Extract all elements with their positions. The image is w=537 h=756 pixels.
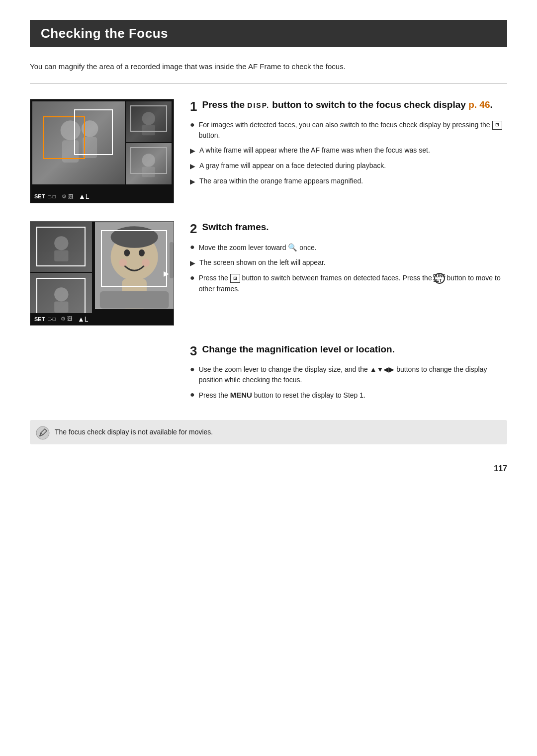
section-divider: [30, 84, 507, 84]
step1-header: 1 Press the DISP. button to switch to th…: [190, 99, 507, 113]
face-cell-br: [126, 143, 172, 184]
step3-bullet-1: ● Use the zoom lever to change the displ…: [190, 364, 507, 385]
step2-bullets: ● Move the zoom lever toward 🔍 once. ▶ T…: [190, 242, 507, 295]
face-cell-large: [32, 101, 125, 184]
small-faces-left: [30, 222, 92, 309]
svg-rect-22: [100, 291, 169, 308]
face-cell-tr: [126, 101, 172, 143]
big-face: [95, 222, 174, 309]
step1-bullets: ● For images with detected faces, you ca…: [190, 120, 507, 187]
step3-bullets: ● Use the zoom lever to change the displ…: [190, 364, 507, 401]
step1-section: 100-0256 1/53 🔍: [30, 99, 507, 203]
camera-screen-1: 100-0256 1/53 🔍: [30, 99, 174, 203]
step3-bullet-2: ● Press the MENU button to reset the dis…: [190, 390, 507, 401]
step2-section: 1/53 MENU ↩: [30, 221, 507, 326]
face-focus-frame: [101, 230, 167, 287]
intro-text: You can magnify the area of a recorded i…: [30, 61, 507, 73]
step1-bullet-4: ▶ The area within the orange frame appea…: [190, 176, 507, 187]
right-arrow: ▶: [164, 269, 169, 277]
step1-title: Press the DISP. button to switch to the …: [202, 99, 492, 111]
gray-frame-2: [130, 147, 167, 174]
note-box: The focus check display is not available…: [30, 420, 507, 444]
step1-image: 100-0256 1/53 🔍: [30, 99, 174, 203]
face-grid: [30, 99, 174, 186]
page-number: 117: [30, 464, 507, 473]
scroll-bar: [170, 242, 174, 278]
svg-point-23: [36, 426, 49, 439]
step2-image: 1/53 MENU ↩: [30, 221, 174, 326]
step1-bullet-1: ● For images with detected faces, you ca…: [190, 120, 507, 141]
note-text: The focus check display is not available…: [55, 428, 213, 436]
step2-content: 2 Switch frames. ● Move the zoom lever t…: [190, 221, 507, 299]
step3-section: 3 Change the magnification level or loca…: [30, 343, 507, 406]
step2-header: 2 Switch frames.: [190, 221, 507, 235]
step3-header: 3 Change the magnification level or loca…: [190, 343, 507, 357]
gray-frame: [130, 105, 167, 132]
screen2-bottom: SET □-□ ⚙ 🖼 ▲L: [30, 313, 174, 325]
page-title-bar: Checking the Focus: [30, 20, 507, 47]
step1-bullet-2: ▶ A white frame will appear where the AF…: [190, 145, 507, 156]
step3-title: Change the magnification level or locati…: [202, 343, 394, 356]
step3-content: 3 Change the magnification level or loca…: [190, 343, 507, 406]
camera-screen-2: 1/53 MENU ↩: [30, 221, 174, 326]
step2-bullet-3: ● Press the ⊡ button to switch between f…: [190, 273, 507, 294]
step2-bullet-2: ▶ The screen shown on the left will appe…: [190, 257, 507, 268]
screen1-bottom: SET □-□ ⚙ 🖼 ▲L: [30, 190, 174, 203]
white-frame: [74, 109, 113, 155]
step1-content: 1 Press the DISP. button to switch to th…: [190, 99, 507, 191]
step2-bullet-1: ● Move the zoom lever toward 🔍 once.: [190, 242, 507, 253]
page-title: Checking the Focus: [41, 26, 496, 41]
step1-bullet-3: ▶ A gray frame will appear on a face det…: [190, 161, 507, 171]
note-pencil-icon: [36, 426, 50, 440]
step2-title: Switch frames.: [202, 221, 268, 234]
